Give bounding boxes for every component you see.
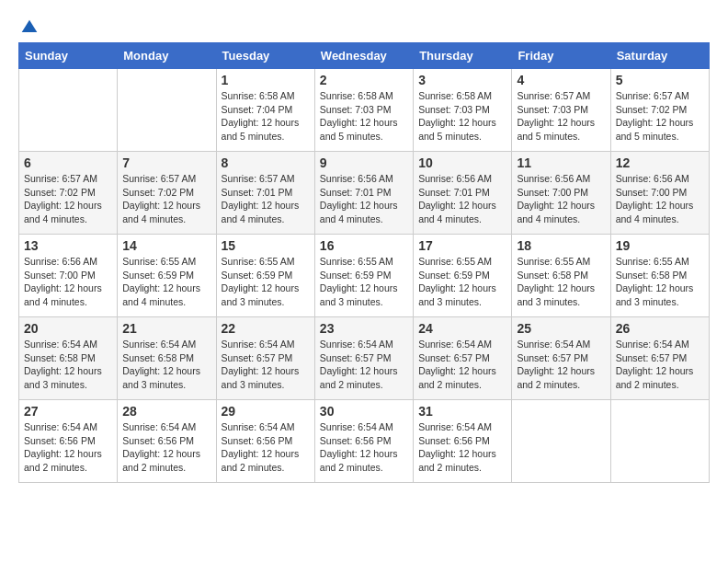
day-number: 13 bbox=[24, 238, 112, 253]
calendar-cell: 27Sunrise: 6:54 AM Sunset: 6:56 PM Dayli… bbox=[19, 400, 118, 483]
calendar-cell: 4Sunrise: 6:57 AM Sunset: 7:03 PM Daylig… bbox=[512, 69, 610, 152]
day-number: 16 bbox=[320, 238, 408, 253]
calendar-cell bbox=[118, 69, 216, 152]
calendar-cell: 2Sunrise: 6:58 AM Sunset: 7:03 PM Daylig… bbox=[314, 69, 413, 152]
calendar-cell: 22Sunrise: 6:54 AM Sunset: 6:57 PM Dayli… bbox=[216, 317, 314, 400]
calendar-cell: 19Sunrise: 6:55 AM Sunset: 6:58 PM Dayli… bbox=[610, 235, 709, 317]
calendar-cell: 10Sunrise: 6:56 AM Sunset: 7:01 PM Dayli… bbox=[414, 152, 512, 235]
calendar-cell bbox=[512, 400, 610, 483]
day-number: 27 bbox=[24, 404, 112, 419]
calendar-week-row: 20Sunrise: 6:54 AM Sunset: 6:58 PM Dayli… bbox=[19, 317, 710, 400]
day-number: 26 bbox=[616, 321, 704, 336]
day-detail: Sunrise: 6:54 AM Sunset: 6:56 PM Dayligh… bbox=[24, 420, 112, 475]
day-number: 19 bbox=[616, 238, 704, 253]
day-of-week-header: Monday bbox=[118, 43, 216, 69]
calendar-cell: 9Sunrise: 6:56 AM Sunset: 7:01 PM Daylig… bbox=[314, 152, 413, 235]
day-number: 25 bbox=[517, 321, 605, 336]
calendar-cell: 25Sunrise: 6:54 AM Sunset: 6:57 PM Dayli… bbox=[512, 317, 610, 400]
day-detail: Sunrise: 6:57 AM Sunset: 7:02 PM Dayligh… bbox=[122, 172, 210, 226]
day-detail: Sunrise: 6:56 AM Sunset: 7:01 PM Dayligh… bbox=[320, 172, 408, 226]
day-number: 9 bbox=[320, 155, 408, 170]
day-of-week-header: Tuesday bbox=[216, 43, 314, 69]
day-number: 2 bbox=[320, 73, 408, 87]
day-detail: Sunrise: 6:55 AM Sunset: 6:58 PM Dayligh… bbox=[517, 255, 605, 309]
day-detail: Sunrise: 6:54 AM Sunset: 6:56 PM Dayligh… bbox=[122, 420, 210, 475]
calendar-cell: 28Sunrise: 6:54 AM Sunset: 6:56 PM Dayli… bbox=[118, 400, 216, 483]
day-detail: Sunrise: 6:55 AM Sunset: 6:59 PM Dayligh… bbox=[122, 255, 210, 309]
day-detail: Sunrise: 6:58 AM Sunset: 7:03 PM Dayligh… bbox=[320, 89, 408, 144]
day-detail: Sunrise: 6:55 AM Sunset: 6:59 PM Dayligh… bbox=[320, 255, 408, 309]
calendar-week-row: 1Sunrise: 6:58 AM Sunset: 7:04 PM Daylig… bbox=[19, 69, 710, 152]
calendar-cell: 31Sunrise: 6:54 AM Sunset: 6:56 PM Dayli… bbox=[414, 400, 512, 483]
calendar-cell: 1Sunrise: 6:58 AM Sunset: 7:04 PM Daylig… bbox=[216, 69, 314, 152]
day-detail: Sunrise: 6:56 AM Sunset: 7:00 PM Dayligh… bbox=[24, 255, 112, 309]
day-detail: Sunrise: 6:55 AM Sunset: 6:59 PM Dayligh… bbox=[418, 255, 506, 309]
day-detail: Sunrise: 6:57 AM Sunset: 7:01 PM Dayligh… bbox=[222, 172, 310, 226]
calendar-cell: 12Sunrise: 6:56 AM Sunset: 7:00 PM Dayli… bbox=[610, 152, 709, 235]
day-detail: Sunrise: 6:54 AM Sunset: 6:57 PM Dayligh… bbox=[418, 338, 506, 392]
day-number: 30 bbox=[320, 404, 408, 419]
day-detail: Sunrise: 6:56 AM Sunset: 7:00 PM Dayligh… bbox=[616, 172, 704, 226]
day-detail: Sunrise: 6:56 AM Sunset: 7:01 PM Dayligh… bbox=[418, 172, 506, 226]
calendar-cell: 16Sunrise: 6:55 AM Sunset: 6:59 PM Dayli… bbox=[314, 235, 413, 317]
day-detail: Sunrise: 6:54 AM Sunset: 6:57 PM Dayligh… bbox=[517, 338, 605, 392]
day-number: 31 bbox=[418, 404, 506, 419]
day-detail: Sunrise: 6:58 AM Sunset: 7:04 PM Dayligh… bbox=[222, 89, 310, 144]
calendar-cell: 13Sunrise: 6:56 AM Sunset: 7:00 PM Dayli… bbox=[19, 235, 118, 317]
calendar-cell: 26Sunrise: 6:54 AM Sunset: 6:57 PM Dayli… bbox=[610, 317, 709, 400]
day-of-week-header: Wednesday bbox=[314, 43, 413, 69]
day-detail: Sunrise: 6:57 AM Sunset: 7:02 PM Dayligh… bbox=[24, 172, 112, 226]
calendar-cell: 23Sunrise: 6:54 AM Sunset: 6:57 PM Dayli… bbox=[314, 317, 413, 400]
day-detail: Sunrise: 6:54 AM Sunset: 6:56 PM Dayligh… bbox=[418, 420, 506, 475]
svg-marker-0 bbox=[22, 20, 38, 32]
calendar-cell: 30Sunrise: 6:54 AM Sunset: 6:56 PM Dayli… bbox=[314, 400, 413, 483]
calendar-cell: 8Sunrise: 6:57 AM Sunset: 7:01 PM Daylig… bbox=[216, 152, 314, 235]
calendar-cell: 18Sunrise: 6:55 AM Sunset: 6:58 PM Dayli… bbox=[512, 235, 610, 317]
calendar-table: SundayMondayTuesdayWednesdayThursdayFrid… bbox=[18, 42, 710, 483]
calendar-week-row: 13Sunrise: 6:56 AM Sunset: 7:00 PM Dayli… bbox=[19, 235, 710, 317]
day-number: 12 bbox=[616, 155, 704, 170]
day-number: 8 bbox=[222, 155, 310, 170]
day-detail: Sunrise: 6:54 AM Sunset: 6:57 PM Dayligh… bbox=[616, 338, 704, 392]
calendar-cell: 20Sunrise: 6:54 AM Sunset: 6:58 PM Dayli… bbox=[19, 317, 118, 400]
logo-icon bbox=[20, 18, 39, 37]
day-detail: Sunrise: 6:54 AM Sunset: 6:57 PM Dayligh… bbox=[320, 338, 408, 392]
day-number: 29 bbox=[222, 404, 310, 419]
day-detail: Sunrise: 6:54 AM Sunset: 6:58 PM Dayligh… bbox=[122, 338, 210, 392]
calendar-cell: 24Sunrise: 6:54 AM Sunset: 6:57 PM Dayli… bbox=[414, 317, 512, 400]
calendar-cell: 3Sunrise: 6:58 AM Sunset: 7:03 PM Daylig… bbox=[414, 69, 512, 152]
day-number: 7 bbox=[122, 155, 210, 170]
day-number: 1 bbox=[222, 73, 310, 87]
calendar-week-row: 27Sunrise: 6:54 AM Sunset: 6:56 PM Dayli… bbox=[19, 400, 710, 483]
calendar-cell: 11Sunrise: 6:56 AM Sunset: 7:00 PM Dayli… bbox=[512, 152, 610, 235]
day-number: 5 bbox=[616, 73, 704, 87]
day-detail: Sunrise: 6:57 AM Sunset: 7:03 PM Dayligh… bbox=[517, 89, 605, 144]
day-number: 10 bbox=[418, 155, 506, 170]
calendar-cell: 14Sunrise: 6:55 AM Sunset: 6:59 PM Dayli… bbox=[118, 235, 216, 317]
day-number: 21 bbox=[122, 321, 210, 336]
day-detail: Sunrise: 6:54 AM Sunset: 6:56 PM Dayligh… bbox=[320, 420, 408, 475]
calendar-cell: 5Sunrise: 6:57 AM Sunset: 7:02 PM Daylig… bbox=[610, 69, 709, 152]
day-number: 18 bbox=[517, 238, 605, 253]
day-number: 4 bbox=[517, 73, 605, 87]
calendar-cell: 17Sunrise: 6:55 AM Sunset: 6:59 PM Dayli… bbox=[414, 235, 512, 317]
calendar-cell bbox=[610, 400, 709, 483]
day-number: 14 bbox=[122, 238, 210, 253]
logo bbox=[18, 18, 39, 33]
day-of-week-header: Saturday bbox=[610, 43, 709, 69]
day-number: 3 bbox=[418, 73, 506, 87]
day-of-week-header: Sunday bbox=[19, 43, 118, 69]
day-detail: Sunrise: 6:54 AM Sunset: 6:57 PM Dayligh… bbox=[222, 338, 310, 392]
day-number: 17 bbox=[418, 238, 506, 253]
day-of-week-header: Friday bbox=[512, 43, 610, 69]
calendar-cell: 21Sunrise: 6:54 AM Sunset: 6:58 PM Dayli… bbox=[118, 317, 216, 400]
calendar-header-row: SundayMondayTuesdayWednesdayThursdayFrid… bbox=[19, 43, 710, 69]
day-detail: Sunrise: 6:55 AM Sunset: 6:58 PM Dayligh… bbox=[616, 255, 704, 309]
day-detail: Sunrise: 6:56 AM Sunset: 7:00 PM Dayligh… bbox=[517, 172, 605, 226]
day-detail: Sunrise: 6:57 AM Sunset: 7:02 PM Dayligh… bbox=[616, 89, 704, 144]
calendar-cell bbox=[19, 69, 118, 152]
day-number: 15 bbox=[222, 238, 310, 253]
calendar-week-row: 6Sunrise: 6:57 AM Sunset: 7:02 PM Daylig… bbox=[19, 152, 710, 235]
day-number: 22 bbox=[222, 321, 310, 336]
day-detail: Sunrise: 6:55 AM Sunset: 6:59 PM Dayligh… bbox=[222, 255, 310, 309]
